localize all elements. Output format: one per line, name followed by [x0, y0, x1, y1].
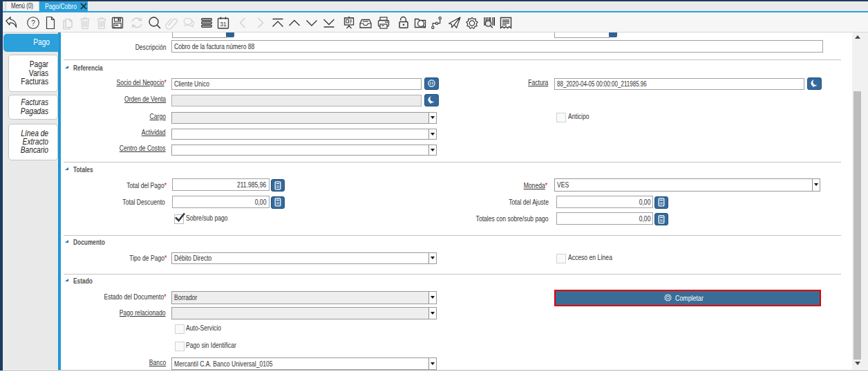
svg-text:?: ?: [31, 19, 35, 27]
svg-text:31: 31: [220, 21, 227, 28]
